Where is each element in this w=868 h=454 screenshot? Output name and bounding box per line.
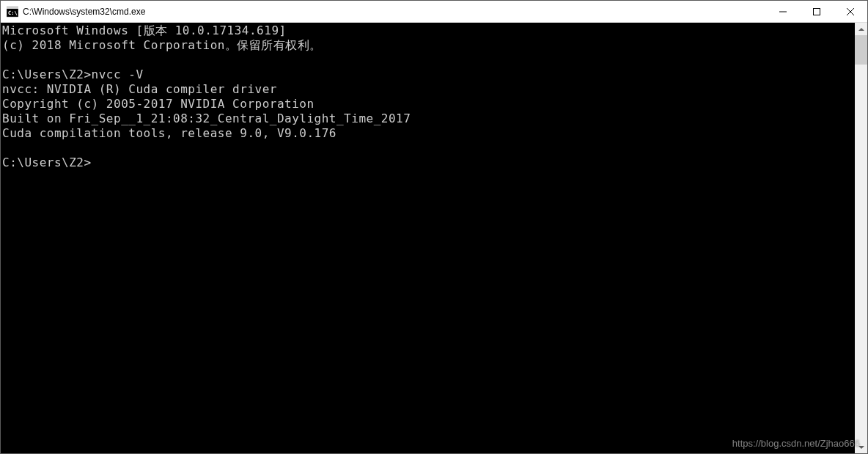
vertical-scrollbar[interactable] — [855, 23, 867, 453]
scroll-track[interactable] — [855, 35, 867, 441]
cmd-window: C:\ C:\Windows\system32\cmd.exe Microsof… — [0, 0, 868, 454]
svg-marker-8 — [858, 446, 864, 449]
svg-marker-7 — [858, 28, 864, 31]
window-title: C:\Windows\system32\cmd.exe — [23, 7, 766, 17]
scroll-up-arrow[interactable] — [855, 23, 867, 35]
svg-rect-1 — [7, 7, 18, 9]
maximize-button[interactable] — [800, 1, 834, 22]
titlebar[interactable]: C:\ C:\Windows\system32\cmd.exe — [1, 1, 867, 23]
minimize-button[interactable] — [766, 1, 800, 22]
scroll-thumb[interactable] — [855, 35, 867, 65]
console-output[interactable]: Microsoft Windows [版本 10.0.17134.619] (c… — [1, 23, 855, 453]
cmd-icon: C:\ — [7, 6, 18, 18]
scroll-down-arrow[interactable] — [855, 441, 867, 453]
svg-text:C:\: C:\ — [8, 10, 18, 16]
console-area: Microsoft Windows [版本 10.0.17134.619] (c… — [1, 23, 867, 453]
window-controls — [766, 1, 867, 22]
close-button[interactable] — [834, 1, 867, 22]
svg-rect-4 — [814, 8, 820, 15]
